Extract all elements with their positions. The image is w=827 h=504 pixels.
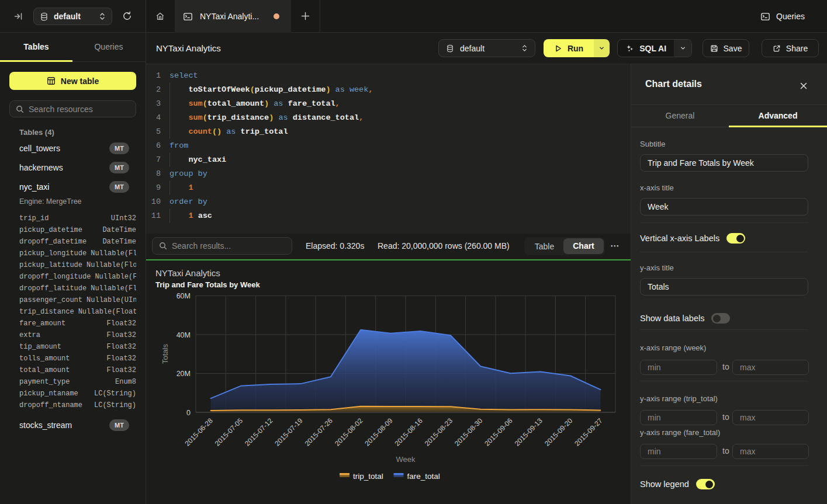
svg-text:2015-08-02: 2015-08-02: [333, 416, 365, 448]
svg-text:2015-09-27: 2015-09-27: [573, 416, 604, 448]
svg-text:Totals: Totals: [161, 344, 169, 364]
svg-text:60M: 60M: [177, 292, 191, 300]
svg-text:Week: Week: [396, 455, 416, 464]
svg-text:2015-08-30: 2015-08-30: [453, 416, 485, 448]
svg-text:0: 0: [186, 409, 191, 417]
svg-text:2015-06-28: 2015-06-28: [183, 416, 214, 448]
svg-text:trip_total: trip_total: [353, 472, 383, 481]
svg-text:2015-09-20: 2015-09-20: [543, 416, 575, 448]
svg-text:2015-08-09: 2015-08-09: [363, 416, 395, 448]
svg-text:2015-08-16: 2015-08-16: [393, 416, 424, 448]
svg-text:2015-07-12: 2015-07-12: [243, 416, 275, 448]
svg-text:2015-09-06: 2015-09-06: [483, 416, 514, 448]
svg-text:2015-09-13: 2015-09-13: [513, 416, 545, 448]
svg-text:2015-08-23: 2015-08-23: [423, 416, 455, 448]
svg-text:2015-07-05: 2015-07-05: [213, 416, 245, 448]
svg-text:40M: 40M: [177, 331, 191, 339]
svg-text:2015-07-19: 2015-07-19: [273, 416, 304, 448]
svg-text:20M: 20M: [177, 370, 191, 378]
svg-text:fare_total: fare_total: [407, 472, 440, 481]
svg-text:2015-07-26: 2015-07-26: [303, 416, 335, 448]
